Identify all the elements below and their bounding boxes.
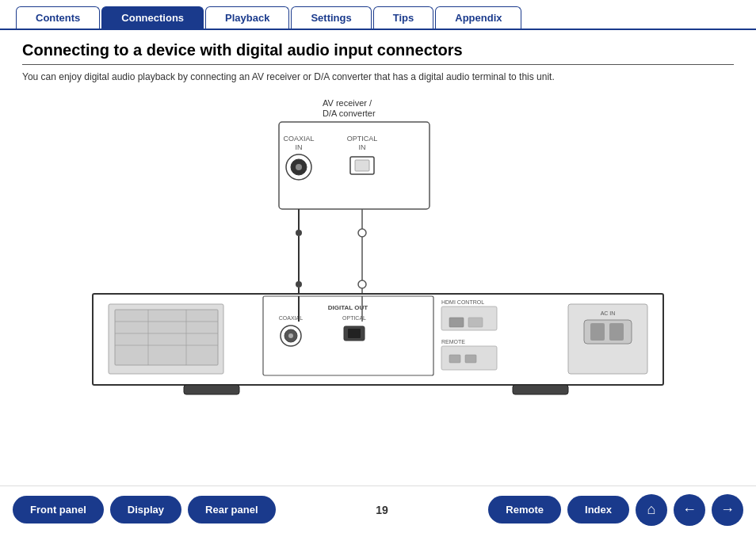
- svg-point-18: [358, 229, 366, 237]
- page-subtitle: You can enjoy digital audio playback by …: [22, 71, 734, 82]
- index-button[interactable]: Index: [567, 496, 629, 523]
- svg-point-13: [296, 230, 302, 236]
- main-content: Connecting to a device with digital audi…: [0, 30, 756, 432]
- svg-text:HDMI CONTROL: HDMI CONTROL: [441, 299, 484, 305]
- svg-point-36: [288, 333, 293, 338]
- svg-rect-38: [348, 329, 361, 338]
- footer: Front panel Display Rear panel 19 Remote…: [0, 485, 756, 533]
- svg-rect-50: [590, 323, 605, 341]
- footer-right-buttons: Remote Index ⌂ ← →: [488, 494, 743, 526]
- forward-button[interactable]: →: [712, 494, 743, 526]
- svg-text:IN: IN: [296, 143, 303, 151]
- rear-panel-button[interactable]: Rear panel: [188, 496, 275, 523]
- svg-text:AC IN: AC IN: [601, 310, 616, 316]
- tab-settings[interactable]: Settings: [291, 6, 371, 29]
- svg-point-20: [358, 280, 366, 288]
- svg-rect-41: [449, 318, 464, 327]
- svg-point-15: [296, 281, 302, 287]
- svg-text:AV receiver /: AV receiver /: [323, 98, 372, 108]
- tab-connections[interactable]: Connections: [101, 6, 204, 29]
- tab-tips[interactable]: Tips: [373, 6, 434, 29]
- svg-rect-53: [513, 385, 568, 394]
- svg-text:IN: IN: [359, 143, 366, 151]
- back-button[interactable]: ←: [674, 494, 705, 526]
- page-number: 19: [370, 504, 394, 516]
- svg-rect-51: [609, 323, 624, 341]
- home-button[interactable]: ⌂: [636, 494, 667, 526]
- svg-rect-45: [449, 355, 460, 363]
- nav-tabs: Contents Connections Playback Settings T…: [0, 0, 756, 30]
- page-title: Connecting to a device with digital audi…: [22, 41, 734, 65]
- footer-left-buttons: Front panel Display Rear panel: [13, 496, 276, 523]
- connection-diagram: AV receiver / D/A converter COAXIAL IN O…: [69, 92, 687, 409]
- svg-point-7: [296, 164, 302, 170]
- tab-contents[interactable]: Contents: [16, 6, 100, 29]
- svg-rect-42: [468, 318, 483, 327]
- svg-rect-24: [115, 310, 218, 365]
- display-button[interactable]: Display: [110, 496, 181, 523]
- svg-rect-52: [184, 385, 239, 394]
- front-panel-button[interactable]: Front panel: [13, 496, 104, 523]
- diagram-area: AV receiver / D/A converter COAXIAL IN O…: [22, 92, 734, 424]
- tab-appendix[interactable]: Appendix: [435, 6, 521, 29]
- svg-rect-11: [355, 160, 369, 171]
- remote-button[interactable]: Remote: [488, 496, 561, 523]
- tab-playback[interactable]: Playback: [205, 6, 289, 29]
- svg-text:REMOTE: REMOTE: [441, 339, 465, 345]
- svg-text:COAXIAL: COAXIAL: [283, 135, 314, 143]
- svg-rect-46: [465, 355, 476, 363]
- svg-text:D/A converter: D/A converter: [323, 109, 376, 118]
- svg-text:OPTICAL: OPTICAL: [347, 135, 378, 143]
